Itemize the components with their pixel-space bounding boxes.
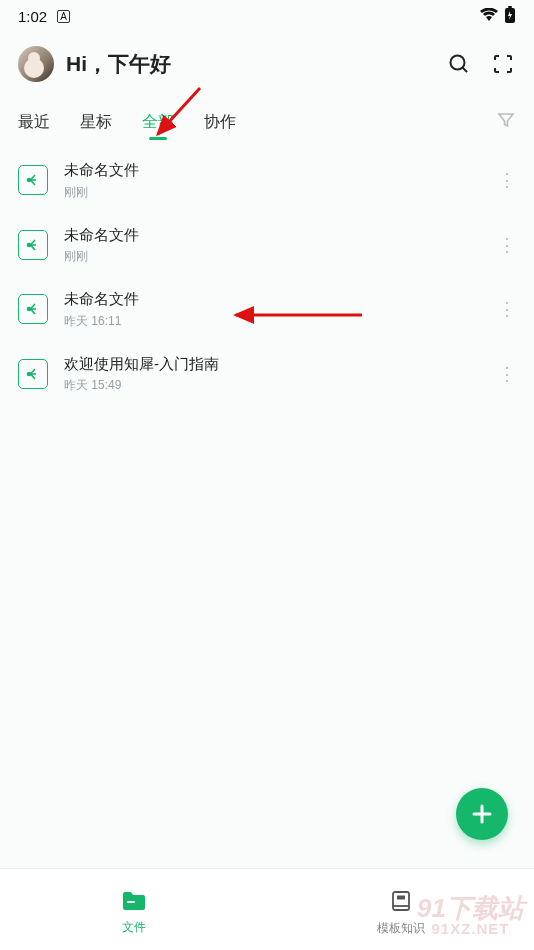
svg-point-4 [28,179,31,182]
status-time: 1:02 [18,8,47,25]
avatar[interactable] [18,46,54,82]
search-icon[interactable] [446,51,472,77]
more-icon[interactable]: ⋮ [496,363,516,385]
mindmap-file-icon [18,294,48,324]
filter-icon[interactable] [496,110,516,134]
svg-rect-1 [508,6,512,8]
tab-all[interactable]: 全部 [142,100,174,144]
more-icon[interactable]: ⋮ [496,234,516,256]
book-icon [389,889,413,916]
add-button[interactable] [456,788,508,840]
list-item[interactable]: 未命名文件 刚刚 ⋮ [0,148,534,213]
file-title: 未命名文件 [64,225,496,245]
list-item[interactable]: 欢迎使用知犀-入门指南 昨天 15:49 ⋮ [0,342,534,407]
file-time: 昨天 16:11 [64,313,496,330]
svg-rect-24 [397,895,405,899]
more-icon[interactable]: ⋮ [496,298,516,320]
svg-point-2 [451,56,465,70]
status-indicator: A [57,10,70,23]
folder-icon [121,890,147,915]
svg-rect-23 [393,892,409,910]
file-time: 刚刚 [64,248,496,265]
battery-icon [504,6,516,27]
nav-label: 模板知识 [377,920,425,937]
tabs: 最近 星标 全部 协作 [0,100,534,144]
nav-templates[interactable]: 模板知识 [267,869,534,950]
file-title: 未命名文件 [64,289,496,309]
list-item[interactable]: 未命名文件 刚刚 ⋮ [0,213,534,278]
file-time: 昨天 15:49 [64,377,496,394]
status-bar: 1:02 A [0,0,534,32]
list-item[interactable]: 未命名文件 昨天 16:11 ⋮ [0,277,534,342]
svg-point-12 [28,308,31,311]
mindmap-file-icon [18,359,48,389]
tab-starred[interactable]: 星标 [80,100,112,144]
svg-line-3 [463,68,468,73]
nav-files[interactable]: 文件 [0,869,267,950]
more-icon[interactable]: ⋮ [496,169,516,191]
greeting-text: Hi，下午好 [66,50,428,78]
tab-recent[interactable]: 最近 [18,100,50,144]
nav-label: 文件 [122,919,146,936]
scan-icon[interactable] [490,51,516,77]
file-time: 刚刚 [64,184,496,201]
header: Hi，下午好 [0,32,534,100]
svg-point-16 [28,372,31,375]
bottom-nav: 文件 模板知识 [0,868,534,950]
mindmap-file-icon [18,165,48,195]
file-list: 未命名文件 刚刚 ⋮ 未命名文件 刚刚 ⋮ 未命名文件 昨天 16:11 ⋮ 欢… [0,144,534,410]
tab-collab[interactable]: 协作 [204,100,236,144]
wifi-icon [480,8,498,25]
file-title: 欢迎使用知犀-入门指南 [64,354,496,374]
file-title: 未命名文件 [64,160,496,180]
svg-point-8 [28,243,31,246]
mindmap-file-icon [18,230,48,260]
svg-rect-22 [127,901,135,903]
